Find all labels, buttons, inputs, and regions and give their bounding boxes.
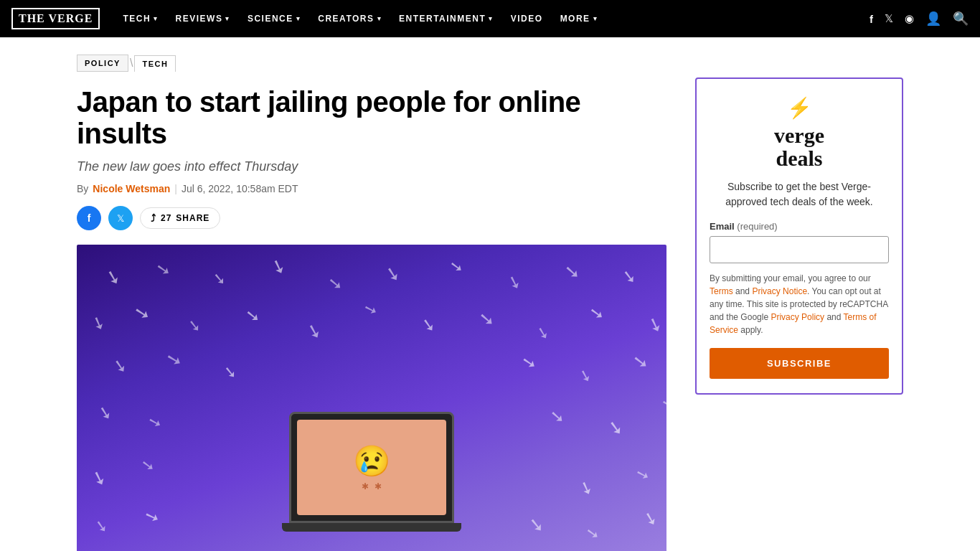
article-date: Jul 6, 2022, 10:58am EDT bbox=[182, 183, 298, 194]
breadcrumb-policy[interactable]: Policy bbox=[77, 55, 128, 72]
email-label: Email (required) bbox=[710, 221, 889, 232]
share-icon: ⤴ bbox=[151, 212, 156, 224]
nav-item-science[interactable]: Science ▾ bbox=[239, 0, 309, 37]
email-input[interactable] bbox=[710, 236, 889, 263]
twitter-share-button[interactable]: 𝕏 bbox=[108, 206, 133, 230]
subscribe-button[interactable]: SUBSCRIBE bbox=[710, 348, 889, 379]
share-label: SHARE bbox=[176, 213, 209, 223]
breadcrumb-separator: \ bbox=[128, 57, 134, 70]
logo[interactable]: THE VERGE bbox=[11, 8, 100, 29]
nav-item-more[interactable]: More ▾ bbox=[552, 0, 607, 37]
breadcrumb-tech[interactable]: Tech bbox=[134, 55, 176, 72]
breadcrumb: Policy \ Tech bbox=[77, 55, 666, 72]
deals-logo-area: ⚡ verge deals bbox=[710, 96, 889, 169]
nav-item-entertainment[interactable]: Entertainment ▾ bbox=[390, 0, 502, 37]
deals-box: ⚡ verge deals Subscribe to get the best … bbox=[695, 77, 903, 395]
consent-text: By submitting your email, you agree to o… bbox=[710, 272, 889, 336]
facebook-icon[interactable]: f bbox=[870, 13, 873, 25]
rss-icon[interactable]: ◉ bbox=[905, 12, 914, 25]
chevron-down-icon: ▾ bbox=[225, 15, 230, 22]
navbar: THE VERGE Tech ▾ Reviews ▾ Science ▾ Cre… bbox=[0, 0, 980, 37]
author-link[interactable]: Nicole Wetsman bbox=[93, 183, 170, 194]
article-image: ➘ ➘ ➘ ➘ ➘ ➘ ➘ ➘ ➘ ➘ ➘ ➘ ➘ ➘ ➘ ➘ ➘ ➘ ➘ ➘ bbox=[77, 245, 666, 551]
chevron-down-icon: ▾ bbox=[296, 15, 301, 22]
article-subtitle: The new law goes into effect Thursday bbox=[77, 159, 666, 174]
share-count: 27 bbox=[161, 213, 171, 223]
deals-lightning-icon: ⚡ bbox=[787, 96, 812, 120]
chevron-down-icon: ▾ bbox=[377, 15, 382, 22]
privacy-notice-link[interactable]: Privacy Notice bbox=[752, 286, 807, 296]
article-title: Japan to start jailing people for online… bbox=[77, 86, 666, 149]
chevron-down-icon: ▾ bbox=[154, 15, 159, 22]
share-button[interactable]: ⤴ 27 SHARE bbox=[140, 207, 220, 229]
laptop-graphic: 😢 ✱✱ bbox=[289, 412, 454, 532]
terms-link[interactable]: Terms bbox=[710, 286, 733, 296]
twitter-icon[interactable]: 𝕏 bbox=[885, 12, 893, 25]
nav-item-reviews[interactable]: Reviews ▾ bbox=[167, 0, 239, 37]
nav-right-icons: f 𝕏 ◉ 👤 🔍 bbox=[870, 11, 969, 27]
chevron-down-icon: ▾ bbox=[489, 15, 494, 22]
nav-item-video[interactable]: Video bbox=[502, 0, 552, 37]
nav-items: Tech ▾ Reviews ▾ Science ▾ Creators ▾ En… bbox=[114, 0, 870, 37]
account-icon[interactable]: 👤 bbox=[925, 11, 941, 27]
deals-logo-text: verge deals bbox=[774, 124, 824, 169]
deals-description: Subscribe to get the best Verge-approved… bbox=[710, 179, 889, 209]
nav-item-creators[interactable]: Creators ▾ bbox=[309, 0, 390, 37]
facebook-share-button[interactable]: f bbox=[77, 206, 101, 230]
privacy-policy-link[interactable]: Privacy Policy bbox=[771, 312, 824, 322]
article-meta: By Nicole Wetsman | Jul 6, 2022, 10:58am… bbox=[77, 183, 666, 194]
search-icon[interactable]: 🔍 bbox=[953, 11, 969, 27]
chevron-down-icon: ▾ bbox=[593, 15, 598, 22]
nav-item-tech[interactable]: Tech ▾ bbox=[114, 0, 166, 37]
share-bar: f 𝕏 ⤴ 27 SHARE bbox=[77, 206, 666, 230]
